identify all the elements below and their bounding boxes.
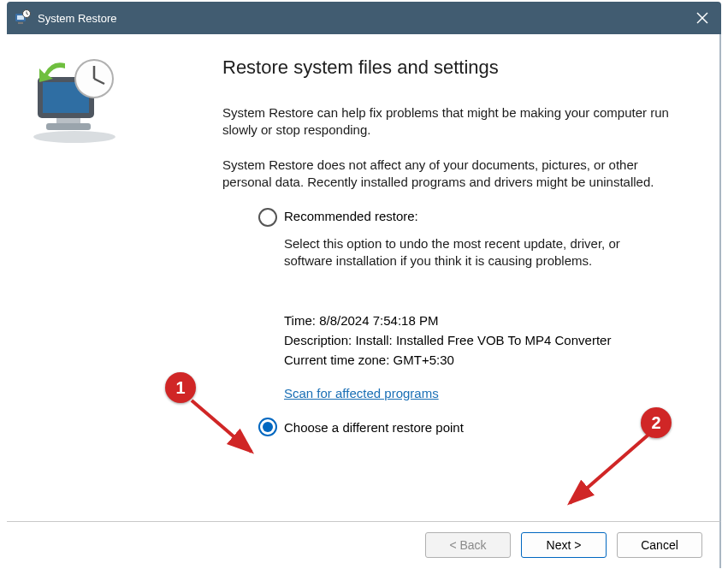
info-time: Time: 8/8/2024 7:54:18 PM xyxy=(284,313,695,328)
option-recommended-description: Select this option to undo the most rece… xyxy=(284,235,669,270)
info-tz-label: Current time zone: xyxy=(284,353,389,367)
titlebar: System Restore xyxy=(7,2,721,34)
system-restore-icon xyxy=(14,9,31,27)
radio-recommended[interactable] xyxy=(258,208,277,227)
option-choose-label: Choose a different restore point xyxy=(284,419,464,435)
intro-text-1: System Restore can help fix problems tha… xyxy=(222,104,684,139)
annotation-arrow-1 xyxy=(185,394,262,462)
info-desc-value: Install: Installed Free VOB To MP4 Conve… xyxy=(355,333,611,347)
scan-affected-programs-link[interactable]: Scan for affected programs xyxy=(284,386,439,400)
intro-text-2: System Restore does not affect any of yo… xyxy=(222,157,684,192)
cancel-button[interactable]: Cancel xyxy=(617,532,702,558)
svg-line-14 xyxy=(192,400,252,452)
info-desc-label: Description: xyxy=(284,333,352,347)
svg-point-6 xyxy=(33,131,115,143)
info-tz-value: GMT+5:30 xyxy=(394,353,454,367)
restore-illustration-icon xyxy=(27,58,121,144)
svg-rect-8 xyxy=(46,123,91,130)
info-time-label: Time: xyxy=(284,313,316,328)
restore-point-info: Time: 8/8/2024 7:54:18 PM Description: I… xyxy=(284,313,695,367)
window-title: System Restore xyxy=(38,12,116,25)
wizard-sidebar xyxy=(7,34,166,522)
next-button[interactable]: Next > xyxy=(521,532,607,558)
info-timezone: Current time zone: GMT+5:30 xyxy=(284,353,695,367)
close-button[interactable] xyxy=(684,2,721,34)
info-description: Description: Install: Installed Free VOB… xyxy=(284,333,695,347)
back-button: < Back xyxy=(425,532,511,558)
close-icon xyxy=(696,12,708,24)
annotation-arrow-2 xyxy=(554,428,657,513)
svg-rect-2 xyxy=(18,22,23,24)
option-recommended-label: Recommended restore: xyxy=(284,208,418,223)
page-heading: Restore system files and settings xyxy=(222,56,695,79)
info-time-value: 8/8/2024 7:54:18 PM xyxy=(319,313,438,328)
svg-rect-1 xyxy=(17,15,24,20)
svg-line-15 xyxy=(570,435,648,503)
option-recommended-restore[interactable]: Recommended restore: xyxy=(258,208,695,227)
wizard-footer: < Back Next > Cancel xyxy=(7,521,721,568)
